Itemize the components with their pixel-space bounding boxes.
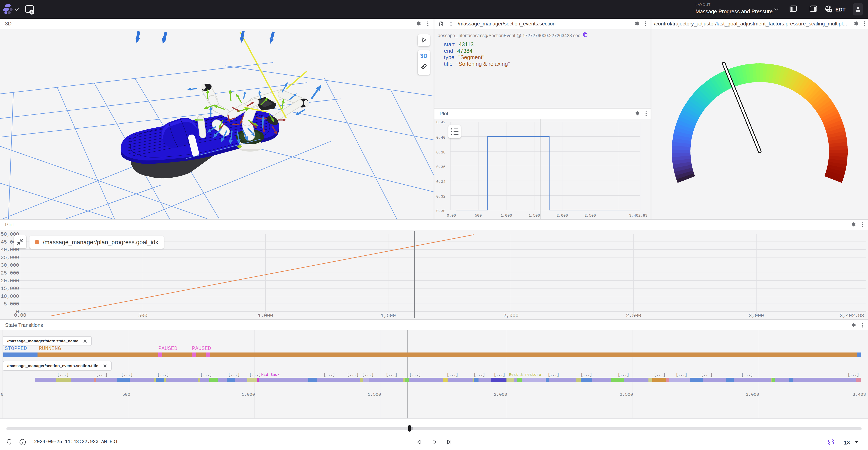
svg-text:[...]: [...]: [200, 372, 212, 377]
svg-text:[...]: [...]: [57, 372, 69, 377]
svg-text:3,403: 3,403: [852, 392, 866, 397]
svg-text:1,000: 1,000: [258, 313, 273, 319]
svg-text:3,000: 3,000: [749, 313, 764, 319]
svg-text:Mid Back: Mid Back: [261, 372, 280, 377]
svg-text:Rest & restore: Rest & restore: [509, 372, 541, 377]
svg-text:500: 500: [475, 213, 482, 218]
svg-text:0.00: 0.00: [14, 312, 26, 318]
svg-text:2,500: 2,500: [585, 213, 596, 218]
svg-text:[...]: [...]: [548, 372, 559, 377]
svg-text:2,000: 2,000: [557, 213, 568, 218]
svg-text:[...]: [...]: [581, 372, 592, 377]
svg-text:0.34: 0.34: [436, 180, 445, 184]
svg-text:1,000: 1,000: [500, 213, 512, 218]
svg-text:[...]: [...]: [742, 372, 753, 377]
svg-text:[...]: [...]: [618, 372, 629, 377]
svg-text:[...]: [...]: [323, 372, 335, 377]
svg-text:[...]: [...]: [409, 372, 421, 377]
svg-text:0.38: 0.38: [436, 150, 445, 154]
svg-text:35,000: 35,000: [1, 255, 19, 261]
svg-text:5,000: 5,000: [4, 301, 19, 307]
svg-text:0.30: 0.30: [436, 209, 445, 213]
svg-text:[...]: [...]: [386, 372, 397, 377]
svg-text:30,000: 30,000: [1, 262, 19, 268]
svg-text:[...]: [...]: [362, 372, 374, 377]
svg-text:[...]: [...]: [249, 372, 261, 377]
svg-text:[...]: [...]: [676, 372, 687, 377]
svg-text:PAUSED: PAUSED: [192, 346, 211, 352]
svg-text:1,000: 1,000: [242, 392, 255, 397]
svg-text:2,500: 2,500: [626, 313, 641, 319]
svg-text:2,000: 2,000: [503, 313, 519, 319]
svg-text:[...]: [...]: [157, 372, 169, 377]
svg-text:500: 500: [138, 313, 147, 319]
svg-text:[...]: [...]: [228, 372, 240, 377]
svg-text:0.32: 0.32: [436, 194, 445, 199]
svg-text:15,000: 15,000: [1, 286, 19, 292]
svg-text:[...]: [...]: [347, 372, 359, 377]
svg-text:10,000: 10,000: [1, 294, 19, 299]
svg-text:3,402.83: 3,402.83: [840, 313, 864, 319]
svg-text:500: 500: [122, 392, 130, 397]
svg-text:1,500: 1,500: [381, 313, 396, 319]
svg-text:2,500: 2,500: [620, 392, 633, 397]
svg-text:[...]: [...]: [654, 372, 665, 377]
svg-text:20,000: 20,000: [1, 278, 19, 284]
svg-text:[...]: [...]: [494, 372, 505, 377]
svg-text:[...]: [...]: [96, 372, 107, 377]
svg-text:0.40: 0.40: [436, 136, 445, 140]
svg-text:2,000: 2,000: [494, 392, 507, 397]
svg-text:[...]: [...]: [121, 372, 133, 377]
svg-text:[...]: [...]: [848, 372, 859, 377]
svg-text:[...]: [...]: [447, 372, 458, 377]
svg-text:[...]: [...]: [701, 372, 712, 377]
svg-text:0: 0: [1, 392, 4, 397]
svg-text:0.36: 0.36: [436, 165, 445, 169]
svg-text:25,000: 25,000: [1, 270, 19, 276]
svg-text:STOPPED: STOPPED: [5, 346, 27, 352]
svg-text:0.42: 0.42: [436, 120, 445, 124]
svg-text:RUNNING: RUNNING: [39, 346, 61, 352]
svg-text:1,500: 1,500: [368, 392, 381, 397]
svg-text:3,000: 3,000: [746, 392, 759, 397]
svg-text:PAUSED: PAUSED: [158, 346, 177, 352]
svg-text:3,402.83: 3,402.83: [629, 213, 647, 218]
svg-text:1,500: 1,500: [528, 213, 540, 218]
svg-text:0.00: 0.00: [447, 213, 456, 218]
svg-text:[...]: [...]: [474, 372, 485, 377]
